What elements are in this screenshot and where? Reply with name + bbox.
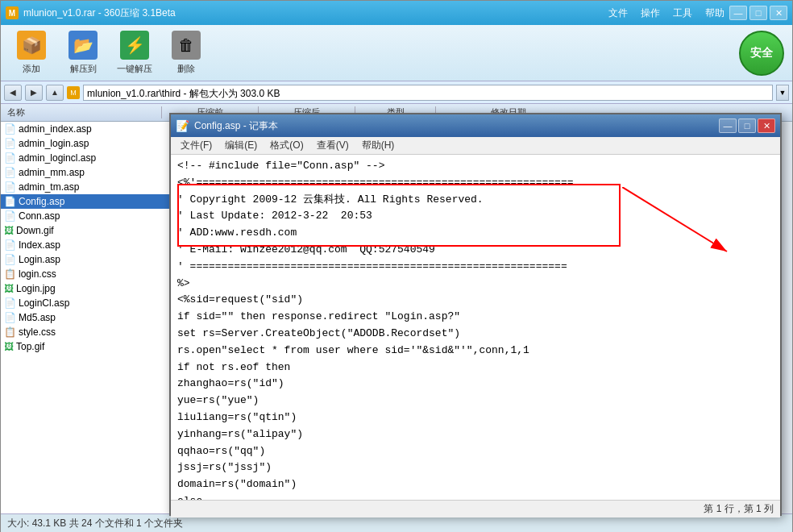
delete-label: 删除 — [177, 63, 195, 75]
nav-forward-button[interactable]: ▶ — [25, 85, 43, 101]
file-name: login.css — [19, 268, 56, 280]
file-icon: 📄 — [4, 167, 16, 178]
archive-title-buttons: — □ ✕ — [729, 6, 787, 20]
menu-tools[interactable]: 工具 — [673, 6, 692, 20]
notepad-title: Config.asp - 记事本 — [194, 119, 714, 133]
file-icon: 📄 — [4, 210, 16, 222]
file-name: style.css — [19, 326, 56, 338]
notepad-menu-help[interactable]: 帮助(H) — [355, 137, 401, 154]
notepad-menu-view[interactable]: 查看(V) — [310, 137, 355, 154]
delete-icon: 🗑 — [172, 31, 201, 60]
archive-maximize-button[interactable]: □ — [749, 6, 767, 20]
file-icon: 📋 — [4, 268, 16, 280]
archive-file-icon: M — [67, 86, 80, 99]
notepad-menu-file[interactable]: 文件(F) — [174, 137, 218, 154]
archive-toolbar: 📦 添加 📂 解压到 ⚡ 一键解压 🗑 删除 安全 — [1, 25, 792, 81]
notepad-content[interactable]: <!-- #include file="Conn.asp" --> <%'===… — [171, 155, 780, 500]
file-icon: 📄 — [4, 138, 16, 149]
notepad-statusbar: 第 1 行，第 1 列 — [171, 500, 780, 517]
notepad-menu-format[interactable]: 格式(O) — [264, 137, 309, 154]
archive-title: mlunion_v1.0.rar - 360压缩 3.1Beta — [23, 6, 604, 20]
file-icon: 🖼 — [4, 283, 14, 294]
extract-label: 解压到 — [70, 63, 97, 75]
extract-icon: 📂 — [69, 31, 98, 60]
onekey-icon: ⚡ — [120, 31, 149, 60]
file-name: admin_login.asp — [19, 138, 89, 149]
archive-minimize-button[interactable]: — — [729, 6, 747, 20]
file-icon: 📋 — [4, 326, 16, 338]
file-name: admin_mm.asp — [19, 167, 85, 178]
nav-up-button[interactable]: ▲ — [46, 85, 64, 101]
add-label: 添加 — [23, 63, 40, 75]
nav-back-button[interactable]: ◀ — [4, 85, 22, 101]
address-dropdown[interactable]: ▼ — [776, 85, 789, 101]
archive-menu: 文件 操作 工具 帮助 — [608, 6, 724, 20]
file-name: Top.gif — [16, 341, 44, 352]
file-icon: 📄 — [4, 123, 16, 135]
col-header-name: 名称 — [1, 106, 162, 118]
file-icon: 📄 — [4, 181, 16, 193]
notepad-app-icon: 📝 — [176, 119, 189, 132]
notepad-maximize-button[interactable]: □ — [738, 118, 756, 133]
file-name: admin_tm.asp — [19, 181, 79, 193]
notepad-menubar: 文件(F) 编辑(E) 格式(O) 查看(V) 帮助(H) — [171, 137, 780, 155]
safe-badge: 安全 — [739, 31, 784, 76]
menu-help[interactable]: 帮助 — [705, 6, 724, 20]
notepad-window: 📝 Config.asp - 记事本 — □ ✕ 文件(F) 编辑(E) 格式(… — [169, 113, 782, 516]
notepad-menu-edit[interactable]: 编辑(E) — [218, 137, 264, 154]
file-name: Index.asp — [19, 239, 60, 251]
file-name: admin_index.asp — [19, 123, 92, 135]
file-icon: 🖼 — [4, 341, 14, 352]
status-text: 大小: 43.1 KB 共 24 个文件和 1 个文件夹 — [7, 517, 183, 530]
notepad-titlebar: 📝 Config.asp - 记事本 — □ ✕ — [171, 114, 780, 137]
file-name: admin_logincl.asp — [19, 152, 96, 164]
file-icon: 🖼 — [4, 225, 14, 236]
file-name: Md5.asp — [19, 312, 56, 323]
file-icon: 📄 — [4, 312, 16, 323]
notepad-minimize-button[interactable]: — — [719, 118, 737, 133]
extract-button[interactable]: 📂 解压到 — [60, 31, 106, 76]
address-path[interactable]: mlunion_v1.0.rar\third - 解包大小为 303.0 KB — [83, 85, 773, 101]
file-name: LoginCl.asp — [19, 297, 69, 309]
file-name: Down.gif — [16, 225, 54, 236]
notepad-title-buttons: — □ ✕ — [719, 118, 775, 133]
add-button[interactable]: 📦 添加 — [9, 31, 54, 76]
delete-button[interactable]: 🗑 删除 — [164, 31, 209, 76]
file-icon: 📄 — [4, 152, 16, 164]
notepad-close-button[interactable]: ✕ — [758, 118, 775, 133]
file-name: Login.jpg — [16, 283, 56, 294]
archive-close-button[interactable]: ✕ — [770, 6, 787, 20]
menu-file[interactable]: 文件 — [608, 6, 628, 20]
archive-addressbar: ◀ ▶ ▲ M mlunion_v1.0.rar\third - 解包大小为 3… — [1, 81, 792, 104]
archive-app-icon: M — [6, 6, 19, 19]
file-name: Config.asp — [19, 196, 64, 207]
file-icon: 📄 — [4, 239, 16, 251]
file-icon: 📄 — [4, 254, 16, 265]
add-icon: 📦 — [17, 31, 46, 60]
file-icon: 📄 — [4, 297, 16, 309]
file-icon: 📄 — [4, 196, 16, 207]
onekey-button[interactable]: ⚡ 一键解压 — [112, 31, 157, 76]
notepad-status-text: 第 1 行，第 1 列 — [704, 502, 774, 516]
onekey-label: 一键解压 — [117, 63, 152, 75]
file-name: Login.asp — [19, 254, 60, 265]
file-name: Conn.asp — [19, 210, 60, 222]
menu-operate[interactable]: 操作 — [641, 6, 660, 20]
notepad-text: <!-- #include file="Conn.asp" --> <%'===… — [171, 155, 780, 500]
archive-titlebar: M mlunion_v1.0.rar - 360压缩 3.1Beta 文件 操作… — [1, 1, 792, 25]
